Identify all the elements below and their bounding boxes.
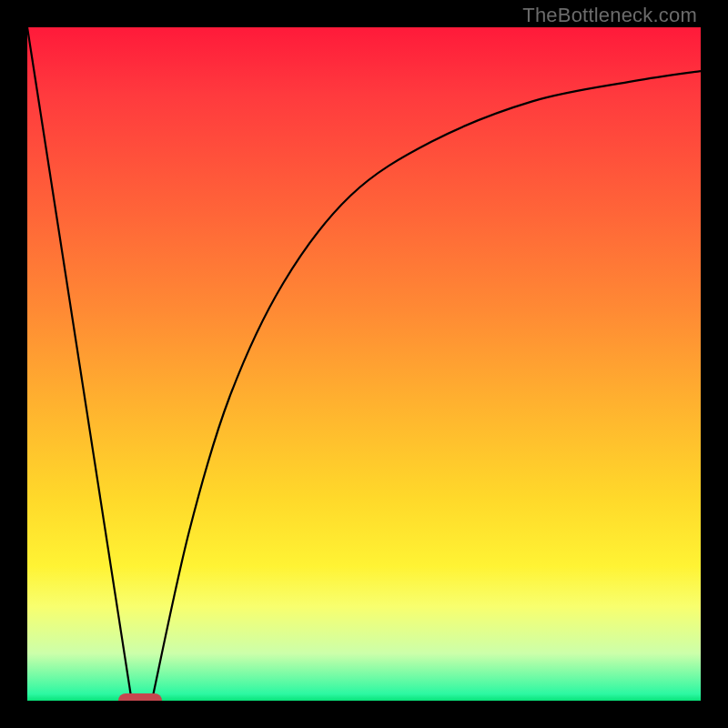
- chart-curves: [27, 27, 701, 701]
- chart-outer-frame: TheBottleneck.com: [0, 0, 728, 728]
- valley-marker: [118, 693, 162, 701]
- watermark-text: TheBottleneck.com: [522, 4, 697, 27]
- curve-left-branch: [27, 27, 132, 701]
- curve-right-branch: [152, 71, 701, 701]
- plot-area: [27, 27, 701, 701]
